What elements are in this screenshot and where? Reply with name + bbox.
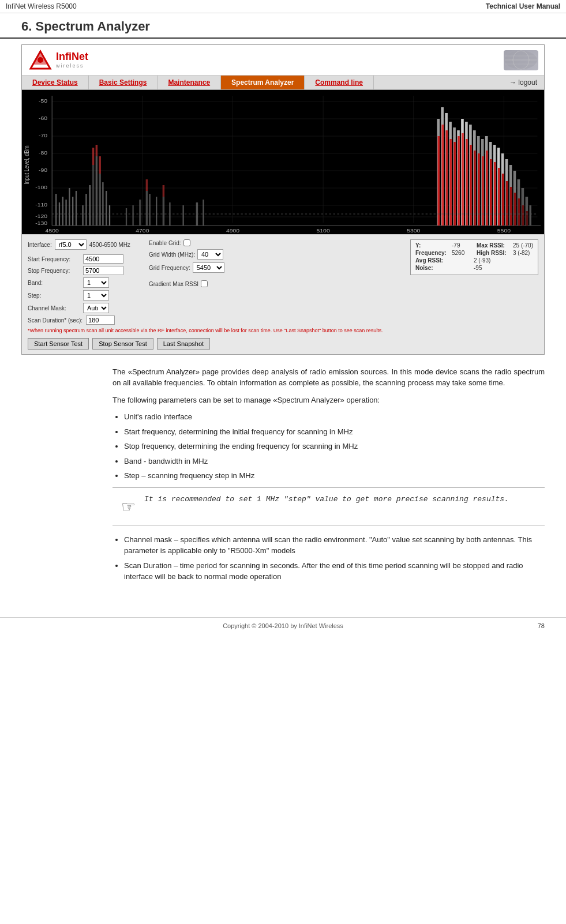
svg-rect-113 [506,181,508,226]
svg-rect-114 [510,187,512,226]
svg-rect-102 [462,133,463,226]
start-sensor-test-button[interactable]: Start Sensor Test [28,338,89,350]
svg-rect-57 [96,145,98,156]
band-label: Band: [28,280,80,286]
svg-rect-56 [92,148,94,165]
rssi-y-row: Y: -79 Max RSSI: 25 (-70) [415,242,533,249]
svg-text:4500: 4500 [46,228,59,234]
step-select[interactable]: 1 [83,290,109,301]
nav-command-line[interactable]: Command line [305,76,374,89]
scan-duration-label: Scan Duration* (sec): [28,317,83,324]
svg-rect-103 [466,139,467,226]
interface-label: Interface: [28,242,52,248]
scan-duration-input[interactable] [86,315,115,325]
svg-rect-105 [474,151,475,226]
svg-rect-96 [438,136,440,226]
rssi-high-label: High RSSI: [477,250,508,256]
band-select[interactable]: 1 [83,277,109,288]
channel-mask-label: Channel Mask: [28,305,80,311]
main-content: The «Spectrum Analyzer» page provides de… [0,360,566,594]
button-row: Start Sensor Test Stop Sensor Test Last … [28,338,538,350]
svg-text:4900: 4900 [226,228,240,234]
svg-rect-101 [458,136,459,226]
nav-maintenance[interactable]: Maintenance [158,76,221,89]
svg-text:-90: -90 [39,167,48,173]
logo-globe-decoration [504,50,538,70]
svg-rect-95 [529,205,531,226]
svg-rect-107 [482,156,483,226]
svg-rect-111 [498,168,500,226]
interface-select[interactable]: rf5.0 [55,239,87,250]
svg-rect-65 [163,197,164,226]
manual-title: Technical User Manual [486,2,560,10]
page-footer: Copyright © 2004-2010 by InfiNet Wireles… [0,617,566,634]
note-text: It is recommended to set 1 MHz "step" va… [144,494,509,505]
enable-grid-checkbox[interactable] [183,239,190,246]
grid-freq-label: Grid Frequency: [149,265,190,271]
svg-rect-40 [55,194,57,226]
note-box: ☞ It is recommended to set 1 MHz "step" … [113,487,545,525]
svg-text:5500: 5500 [497,228,511,234]
svg-rect-104 [470,145,471,226]
intro-paragraph: The «Spectrum Analyzer» page provides de… [113,366,545,389]
grid-width-select[interactable]: 40 [197,249,223,260]
svg-rect-43 [65,200,66,226]
svg-rect-46 [76,191,77,226]
product-name: InfiNet Wireless R5000 [6,2,77,10]
nav-basic-settings[interactable]: Basic Settings [89,76,158,89]
rssi-y-label: Y: [415,242,447,249]
stop-freq-label: Stop Frequency: [28,268,80,274]
nav-spectrum-analyzer[interactable]: Spectrum Analyzer [221,76,305,89]
svg-text:Input Level, dBm: Input Level, dBm [23,145,30,184]
param-stop-freq: Stop frequency, determining the ending f… [124,441,545,452]
rssi-noise-value: -95 [474,265,482,271]
start-freq-input[interactable] [83,254,123,264]
note-icon: ☞ [121,495,136,519]
svg-rect-53 [102,182,103,226]
param-step: Step – scanning frequency step in MHz [124,470,545,482]
svg-text:-110: -110 [35,202,47,208]
svg-text:-60: -60 [39,115,48,121]
svg-rect-106 [478,153,479,226]
param-band: Band - bandwidth in MHz [124,456,545,467]
warning-text: *When running spectrum scan all unit acc… [28,328,538,335]
svg-rect-60 [132,205,133,226]
stop-freq-input[interactable] [83,266,123,275]
last-snapshot-button[interactable]: Last Snapshot [157,338,210,350]
svg-text:-120: -120 [35,213,47,219]
rssi-freq-label: Frequency: [415,250,447,256]
svg-rect-64 [156,197,157,226]
param-start-freq: Start frequency, determining the initial… [124,426,545,438]
svg-rect-52 [99,174,100,226]
stop-sensor-test-button[interactable]: Stop Sensor Test [92,338,153,350]
svg-text:-70: -70 [39,133,48,138]
svg-rect-71 [163,185,164,197]
svg-rect-108 [486,151,488,226]
svg-rect-100 [453,142,455,226]
svg-rect-51 [96,156,98,226]
svg-rect-44 [69,188,70,226]
enable-grid-row: Enable Grid: [149,239,235,246]
rssi-info-box: Y: -79 Max RSSI: 25 (-70) Frequency: 526… [410,239,538,275]
rssi-high-value: 3 (-82) [513,250,530,256]
channel-mask-select[interactable]: Auto [83,303,109,313]
nav-device-status[interactable]: Device Status [22,76,89,89]
rssi-freq-row: Frequency: 5260 High RSSI: 3 (-82) [415,250,533,256]
svg-rect-63 [149,194,150,226]
params-intro: The following parameters can be set to m… [113,395,545,406]
gradient-max-rssi-checkbox[interactable] [201,280,208,287]
svg-rect-118 [526,211,528,226]
grid-freq-select[interactable]: 5450 [193,262,224,273]
spectrum-chart-svg: -50 -60 -70 -80 -90 -100 -110 -120 -130 … [22,90,544,234]
rssi-noise-row: Noise: -95 [415,265,533,271]
svg-rect-58 [99,156,100,174]
logo-bar: InfiNet wireless [22,45,544,76]
rssi-avg-row: Avg RSSI: 2 (-93) [415,257,533,264]
rssi-freq-value: 5260 [452,250,472,256]
freq-range-label: 4500-6500 MHz [89,242,130,248]
nav-logout[interactable]: → logout [503,76,544,89]
svg-text:-100: -100 [35,185,47,190]
step-label: Step: [28,292,80,299]
rssi-noise-label: Noise: [415,265,447,271]
svg-text:4700: 4700 [136,228,149,234]
